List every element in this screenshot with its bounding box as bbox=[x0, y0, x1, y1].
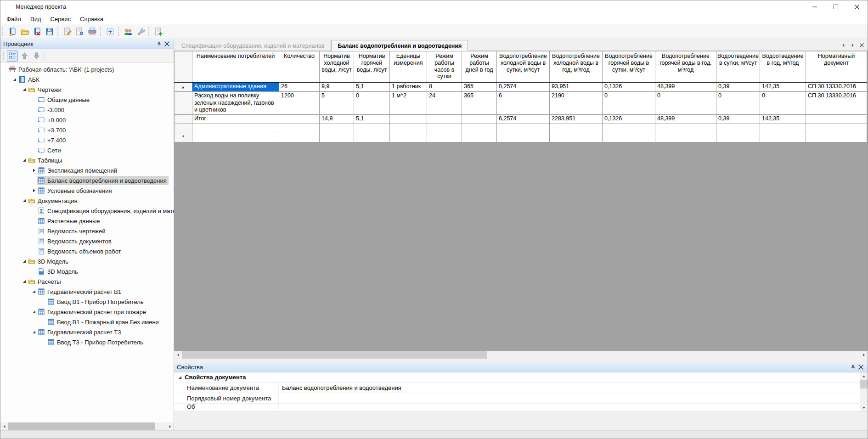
properties-close-button[interactable] bbox=[857, 363, 865, 371]
table-cell[interactable] bbox=[390, 133, 427, 142]
row-selector[interactable]: * bbox=[175, 133, 192, 142]
table-cell[interactable] bbox=[550, 124, 603, 133]
export-document-button[interactable] bbox=[152, 25, 164, 38]
expanded-arrow-icon[interactable] bbox=[30, 330, 37, 334]
tree-item[interactable]: 3D Модель bbox=[0, 256, 174, 266]
table-cell[interactable] bbox=[279, 133, 320, 142]
tree-item[interactable]: Рабочая область: 'АБК' (1 projects) bbox=[0, 64, 174, 74]
properties-group-header[interactable]: Свойства документа bbox=[174, 372, 868, 382]
table-cell[interactable] bbox=[192, 133, 279, 142]
column-header[interactable]: Количество bbox=[279, 51, 320, 83]
table-cell[interactable]: 24 bbox=[427, 92, 462, 115]
table-cell[interactable]: 93,951 bbox=[550, 83, 603, 92]
tree-item[interactable]: АБК bbox=[0, 74, 174, 84]
table-horizontal-scrollbar[interactable] bbox=[174, 351, 868, 359]
table-cell[interactable] bbox=[462, 133, 497, 142]
table-cell[interactable]: 2283,951 bbox=[550, 114, 603, 124]
table-cell[interactable] bbox=[806, 114, 867, 124]
properties-pin-button[interactable] bbox=[849, 363, 857, 371]
tree-item[interactable]: Расчеты bbox=[0, 276, 174, 287]
table-cell[interactable] bbox=[354, 124, 390, 133]
tab-inactive[interactable]: Спецификация оборудования, изделий и мат… bbox=[175, 41, 331, 51]
table-cell[interactable]: 0,2574 bbox=[497, 83, 550, 92]
expanded-arrow-icon[interactable] bbox=[21, 158, 28, 163]
expanded-arrow-icon[interactable] bbox=[21, 87, 28, 92]
panel-splitter[interactable] bbox=[174, 359, 868, 362]
table-cell[interactable] bbox=[655, 124, 716, 133]
table-cell[interactable]: 0 bbox=[354, 92, 390, 115]
tree-item[interactable]: Чертежи bbox=[0, 84, 174, 95]
scrollbar-track[interactable] bbox=[8, 422, 166, 430]
move-up-button[interactable] bbox=[19, 51, 30, 62]
table-cell[interactable] bbox=[192, 124, 279, 133]
table-cell[interactable]: 0,1326 bbox=[603, 83, 655, 92]
table-cell[interactable] bbox=[279, 124, 320, 133]
table-cell[interactable] bbox=[427, 114, 462, 124]
table-cell[interactable] bbox=[390, 124, 427, 133]
tree-item[interactable]: Условные обозначения bbox=[0, 186, 174, 196]
fit-view-button[interactable] bbox=[104, 25, 116, 38]
column-header[interactable]: Водопотребление холодной воды в год, м³/… bbox=[550, 51, 603, 83]
tree-item[interactable]: ΣСпецификация оборудования, изделий и ма… bbox=[0, 206, 174, 216]
table-cell[interactable] bbox=[760, 124, 806, 133]
new-project-button[interactable] bbox=[6, 25, 18, 38]
tree-item[interactable]: Ведомость чертежей bbox=[0, 226, 174, 236]
menu-item[interactable]: Сервис bbox=[46, 14, 76, 24]
close-project-button[interactable] bbox=[31, 25, 43, 38]
table-cell[interactable] bbox=[655, 133, 716, 142]
column-header[interactable]: Водопотребление холодной воды в сутки, м… bbox=[497, 51, 550, 83]
table-cell[interactable] bbox=[279, 114, 320, 124]
close-button[interactable] bbox=[846, 0, 868, 13]
table-cell[interactable]: СП 30.13330.2016 bbox=[806, 83, 867, 92]
table-cell[interactable]: 0,39 bbox=[716, 114, 760, 124]
table-cell[interactable]: 0 bbox=[655, 92, 716, 115]
users-button[interactable] bbox=[122, 25, 134, 38]
table-cell[interactable] bbox=[427, 133, 462, 142]
table-cell[interactable]: СП 30.13330.2016 bbox=[806, 92, 867, 115]
tab-scroll-left-button[interactable] bbox=[840, 42, 846, 48]
properties-vertical-scrollbar[interactable] bbox=[860, 372, 868, 411]
table-cell[interactable] bbox=[497, 124, 550, 133]
column-header[interactable]: Норматив холодной воды, л/сут bbox=[320, 51, 354, 83]
table-cell[interactable] bbox=[806, 124, 867, 133]
table-cell[interactable] bbox=[550, 133, 603, 142]
tree-item[interactable]: 3D Модель bbox=[0, 266, 174, 276]
table-cell[interactable] bbox=[462, 114, 497, 124]
minimize-button[interactable] bbox=[804, 0, 825, 13]
document-settings-button[interactable] bbox=[73, 25, 86, 38]
column-header[interactable]: Наименование потребителей bbox=[192, 51, 279, 83]
table-cell[interactable] bbox=[390, 114, 427, 124]
expanded-arrow-icon[interactable] bbox=[30, 310, 37, 314]
table-cell[interactable]: 0,39 bbox=[716, 83, 760, 92]
table-cell[interactable]: 0 bbox=[603, 92, 655, 115]
tab-scroll-right-button[interactable] bbox=[850, 42, 856, 48]
table-cell[interactable] bbox=[354, 133, 390, 142]
move-down-button[interactable] bbox=[31, 51, 42, 62]
row-selector[interactable] bbox=[175, 114, 192, 124]
table-cell[interactable]: 5,1 bbox=[354, 114, 390, 124]
tree-item[interactable]: +0.000 bbox=[0, 115, 174, 125]
expanded-arrow-icon[interactable] bbox=[21, 198, 28, 203]
table-cell[interactable]: Административные здания bbox=[192, 83, 279, 92]
table-cell[interactable]: 1 м^2 bbox=[390, 92, 427, 115]
scrollbar-track[interactable] bbox=[182, 351, 860, 359]
tree-item[interactable]: Гидравлический расчет В1 bbox=[0, 287, 174, 297]
menu-item[interactable]: Вид bbox=[26, 14, 46, 24]
tree-item[interactable]: Гидравлический расчет Т3 bbox=[0, 327, 174, 337]
table-cell[interactable]: 14,9 bbox=[320, 114, 354, 124]
row-selector[interactable] bbox=[175, 124, 192, 133]
table-cell[interactable] bbox=[427, 124, 462, 133]
tree-item[interactable]: Баланс водопотребления и водоотведения bbox=[0, 175, 174, 186]
tree-item[interactable]: +7.400 bbox=[0, 135, 174, 145]
collapsed-arrow-icon[interactable] bbox=[30, 188, 37, 193]
table-cell[interactable] bbox=[603, 124, 655, 133]
scroll-up-icon[interactable] bbox=[860, 372, 868, 380]
tree-item[interactable]: Таблицы bbox=[0, 155, 174, 165]
table-cell[interactable] bbox=[716, 124, 760, 133]
explorer-close-button[interactable] bbox=[163, 40, 171, 48]
tree-item[interactable]: Ведомость объемов работ bbox=[0, 246, 174, 256]
table-cell[interactable]: 142,35 bbox=[760, 114, 806, 124]
table-cell[interactable] bbox=[806, 133, 867, 142]
table-cell[interactable]: 2190 bbox=[550, 92, 603, 115]
table-cell[interactable] bbox=[320, 133, 354, 142]
